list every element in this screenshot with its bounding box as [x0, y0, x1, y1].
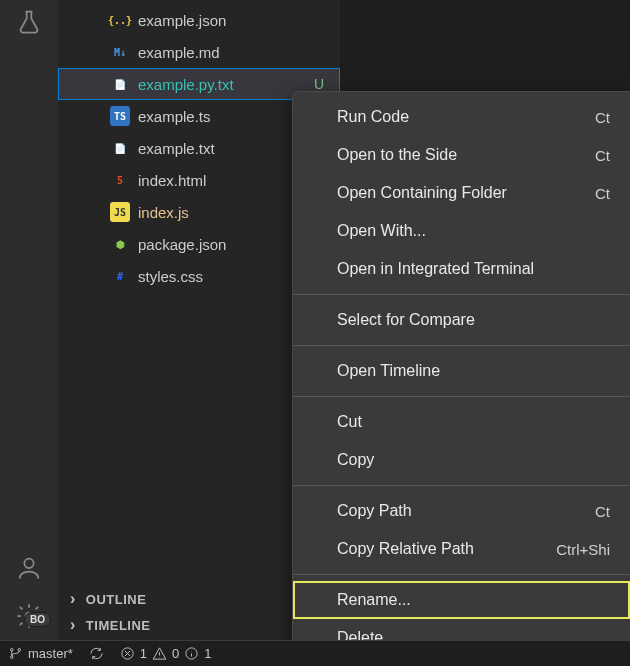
- warning-icon: [152, 646, 167, 661]
- context-menu-shortcut: Ct: [595, 185, 610, 202]
- file-item[interactable]: M↓example.md: [58, 36, 340, 68]
- context-menu-separator: [293, 396, 630, 397]
- file-name: example.ts: [138, 108, 211, 125]
- file-name: example.py.txt: [138, 76, 234, 93]
- context-menu-item[interactable]: Copy PathCt: [293, 492, 630, 530]
- activity-bar: [0, 0, 58, 640]
- file-type-icon: TS: [110, 106, 130, 126]
- file-name: example.txt: [138, 140, 215, 157]
- git-branch-indicator[interactable]: master*: [8, 646, 73, 661]
- context-menu-shortcut: Ct: [595, 109, 610, 126]
- file-item[interactable]: {..}example.json: [58, 4, 340, 36]
- context-menu-label: Rename...: [337, 591, 411, 609]
- svg-point-0: [24, 559, 33, 568]
- file-type-icon: {..}: [110, 10, 130, 30]
- context-menu-item[interactable]: Cut: [293, 403, 630, 441]
- context-menu-label: Open to the Side: [337, 146, 457, 164]
- context-menu-separator: [293, 345, 630, 346]
- context-menu-item[interactable]: Open in Integrated Terminal: [293, 250, 630, 288]
- sync-button[interactable]: [89, 646, 104, 661]
- context-menu-shortcut: Ct: [595, 147, 610, 164]
- context-menu-label: Run Code: [337, 108, 409, 126]
- beaker-icon[interactable]: [13, 6, 45, 38]
- file-type-icon: #: [110, 266, 130, 286]
- svg-point-3: [11, 656, 14, 659]
- context-menu-item[interactable]: Rename...: [293, 581, 630, 619]
- context-menu-item[interactable]: Copy Relative PathCtrl+Shi: [293, 530, 630, 568]
- sync-icon: [89, 646, 104, 661]
- context-menu-label: Copy Relative Path: [337, 540, 474, 558]
- file-name: styles.css: [138, 268, 203, 285]
- branch-name: master*: [28, 646, 73, 661]
- context-menu-shortcut: Ctrl+Shi: [556, 541, 610, 558]
- error-count: 1: [140, 646, 147, 661]
- file-name: example.md: [138, 44, 220, 61]
- context-menu-label: Copy: [337, 451, 374, 469]
- context-menu-item[interactable]: Run CodeCt: [293, 98, 630, 136]
- file-name: example.json: [138, 12, 226, 29]
- problems-indicator[interactable]: 1 0 1: [120, 646, 212, 661]
- file-type-icon: 📄: [110, 138, 130, 158]
- info-count: 1: [204, 646, 211, 661]
- svg-point-4: [18, 649, 21, 652]
- warning-count: 0: [172, 646, 179, 661]
- file-name: index.js: [138, 204, 189, 221]
- context-menu-item[interactable]: Open Containing FolderCt: [293, 174, 630, 212]
- context-menu-item[interactable]: Open Timeline: [293, 352, 630, 390]
- context-menu-separator: [293, 485, 630, 486]
- svg-point-2: [11, 649, 14, 652]
- timeline-panel-label: TIMELINE: [86, 618, 151, 633]
- git-branch-icon: [8, 646, 23, 661]
- file-type-icon: JS: [110, 202, 130, 222]
- file-type-icon: ⬢: [110, 234, 130, 254]
- outline-panel-label: OUTLINE: [86, 592, 147, 607]
- context-menu-label: Select for Compare: [337, 311, 475, 329]
- git-status-badge: U: [314, 76, 324, 92]
- file-type-icon: 5: [110, 170, 130, 190]
- context-menu-label: Cut: [337, 413, 362, 431]
- context-menu-item[interactable]: Copy: [293, 441, 630, 479]
- file-type-icon: M↓: [110, 42, 130, 62]
- account-icon[interactable]: [13, 552, 45, 584]
- context-menu-label: Open Timeline: [337, 362, 440, 380]
- context-menu-label: Open With...: [337, 222, 426, 240]
- context-menu-separator: [293, 574, 630, 575]
- context-menu-item[interactable]: Open to the SideCt: [293, 136, 630, 174]
- context-menu-label: Open Containing Folder: [337, 184, 507, 202]
- settings-badge: BO: [24, 612, 51, 627]
- file-type-icon: 📄: [110, 74, 130, 94]
- file-name: index.html: [138, 172, 206, 189]
- context-menu-label: Copy Path: [337, 502, 412, 520]
- info-icon: [184, 646, 199, 661]
- context-menu: Run CodeCtOpen to the SideCtOpen Contain…: [292, 91, 630, 664]
- context-menu-shortcut: Ct: [595, 503, 610, 520]
- error-icon: [120, 646, 135, 661]
- context-menu-item[interactable]: Open With...: [293, 212, 630, 250]
- status-bar: master* 1 0 1: [0, 640, 630, 666]
- context-menu-item[interactable]: Select for Compare: [293, 301, 630, 339]
- file-name: package.json: [138, 236, 226, 253]
- context-menu-label: Open in Integrated Terminal: [337, 260, 534, 278]
- context-menu-separator: [293, 294, 630, 295]
